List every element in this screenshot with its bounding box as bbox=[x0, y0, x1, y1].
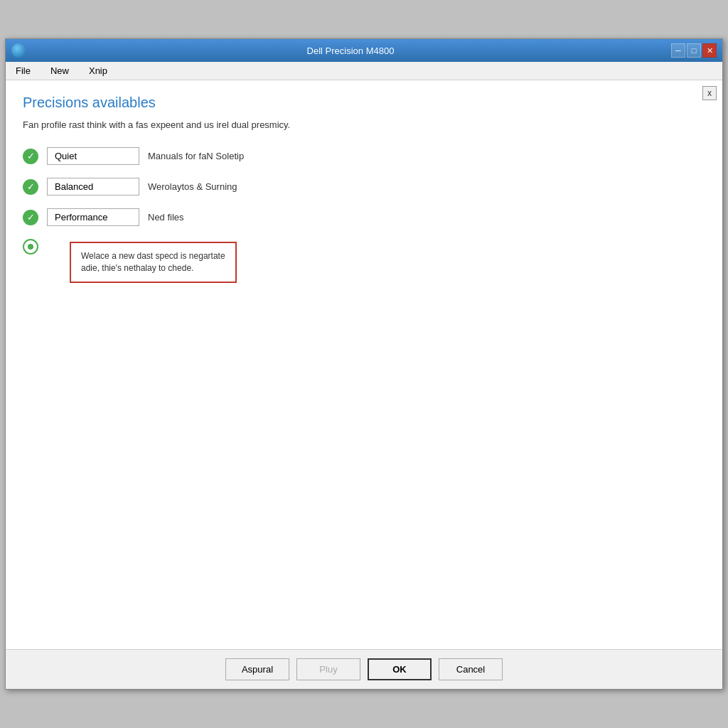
ok-button[interactable]: OK bbox=[368, 658, 432, 680]
dialog-description: Fan profile rast think with a fas expeen… bbox=[23, 119, 705, 130]
aspural-button[interactable]: Aspural bbox=[225, 658, 289, 680]
check-icon-quiet: ✓ bbox=[23, 149, 38, 164]
profile-button-performance[interactable]: Performance bbox=[47, 208, 139, 226]
menu-file[interactable]: File bbox=[11, 64, 35, 77]
profile-desc-performance: Ned files bbox=[148, 212, 184, 223]
check-icon-performance: ✓ bbox=[23, 210, 38, 225]
warning-box: Welace a new dast specd is negartate adi… bbox=[70, 242, 237, 283]
profile-desc-quiet: Manuals for faN Soletip bbox=[148, 151, 244, 161]
dialog-close-x[interactable]: x bbox=[702, 86, 717, 100]
window-controls: ─ □ ✕ bbox=[671, 43, 717, 58]
title-bar: Dell Precision M4800 ─ □ ✕ bbox=[6, 39, 722, 62]
window-title: Dell Precision M4800 bbox=[30, 46, 671, 56]
menu-xnip[interactable]: Xnip bbox=[85, 64, 112, 77]
minimize-button[interactable]: ─ bbox=[671, 43, 685, 58]
menu-new[interactable]: New bbox=[46, 64, 73, 77]
profile-button-balanced[interactable]: Balanced bbox=[47, 178, 139, 196]
warning-text: Welace a new dast specd is negartate adi… bbox=[81, 251, 225, 273]
pluy-button[interactable]: Pluy bbox=[296, 658, 360, 680]
footer: Aspural Pluy OK Cancel bbox=[6, 649, 722, 689]
profile-row-quiet: ✓ Quiet Manuals for faN Soletip bbox=[23, 147, 705, 165]
profile-row-balanced: ✓ Balanced Werolaytos & Surning bbox=[23, 178, 705, 196]
content-area: x Precisions availables Fan profile rast… bbox=[6, 80, 722, 649]
profile-button-quiet[interactable]: Quiet bbox=[47, 147, 139, 165]
dialog-title: Precisions availables bbox=[23, 95, 705, 111]
menu-bar: File New Xnip bbox=[6, 62, 722, 80]
check-icon-balanced: ✓ bbox=[23, 179, 38, 195]
cancel-button[interactable]: Cancel bbox=[439, 658, 503, 680]
warning-row: Welace a new dast specd is negartate adi… bbox=[23, 239, 705, 283]
profile-desc-balanced: Werolaytos & Surning bbox=[148, 181, 237, 192]
svg-point-1 bbox=[28, 244, 33, 250]
main-window: Dell Precision M4800 ─ □ ✕ File New Xnip… bbox=[5, 38, 723, 690]
warning-circle-icon bbox=[23, 239, 38, 255]
app-icon bbox=[11, 43, 26, 58]
close-button[interactable]: ✕ bbox=[702, 43, 717, 58]
profile-row-performance: ✓ Performance Ned files bbox=[23, 208, 705, 226]
restore-button[interactable]: □ bbox=[687, 43, 701, 58]
